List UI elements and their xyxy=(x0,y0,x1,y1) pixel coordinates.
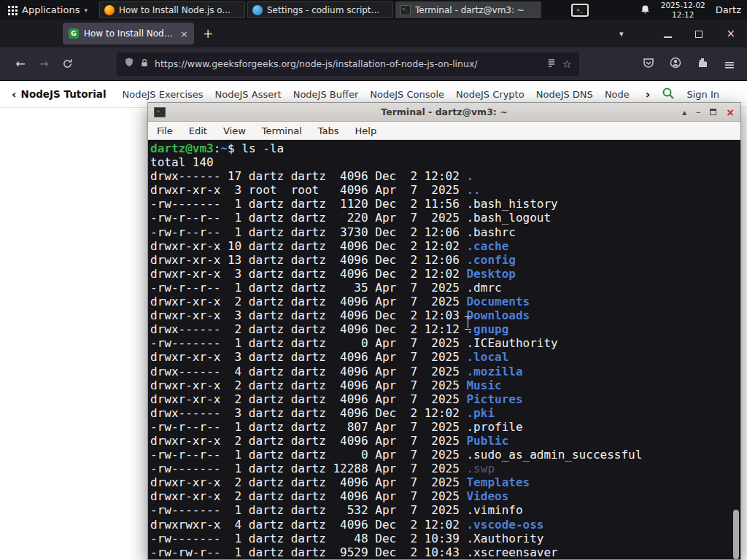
site-nav-tutorial-link[interactable]: NodeJS Tutorial xyxy=(21,88,107,100)
search-icon[interactable] xyxy=(662,87,675,102)
site-nav-link[interactable]: NodeJS Assert xyxy=(215,89,282,100)
terminal-line: -rw-r--r-- 1 dartz dartz 35 Apr 7 2025 .… xyxy=(150,281,740,295)
firefox-icon xyxy=(104,5,115,15)
tray-terminal-icon[interactable]: >_ xyxy=(571,4,589,17)
file-meta: drwxr-xr-x 13 dartz dartz 4096 Dec 2 12:… xyxy=(150,253,466,267)
panel-clock[interactable]: 2025-12-02 12:12 xyxy=(661,1,705,19)
file-name: .bashrc xyxy=(466,225,515,239)
window-restore-button[interactable] xyxy=(695,27,703,41)
taskbar-item[interactable]: How to Install Node.js o... xyxy=(99,1,245,18)
terminal-line: drwx------ 4 dartz dartz 4096 Apr 7 2025… xyxy=(150,365,740,378)
total-line: total 140 xyxy=(150,155,740,169)
url-text[interactable]: https://www.geeksforgeeks.org/node-js/in… xyxy=(155,58,541,69)
file-meta: drwxr-xr-x 2 dartz dartz 4096 Apr 7 2025 xyxy=(150,489,466,503)
top-panel: Applications ▾ How to Install Node.js o.… xyxy=(0,0,747,20)
terminal-shade-button[interactable]: ▴ xyxy=(682,107,686,117)
file-meta: -rw-r--r-- 1 dartz dartz 0 Apr 7 2025 xyxy=(150,448,466,462)
file-name: Documents xyxy=(466,295,530,308)
terminal-minimize-button[interactable]: – xyxy=(696,107,700,117)
terminal-line: drwxr-xr-x 3 dartz dartz 4096 Dec 2 12:0… xyxy=(150,267,740,281)
file-meta: -rw------- 1 dartz dartz 48 Dec 2 10:39 xyxy=(150,532,466,545)
panel-right: >_ 2025-12-02 12:12 Dartz xyxy=(571,1,747,19)
terminal-scrollbar-thumb[interactable] xyxy=(733,510,739,559)
taskbar-item-label: How to Install Node.js o... xyxy=(119,5,231,15)
terminal-line: -rw-r--r-- 1 dartz dartz 0 Apr 7 2025 .s… xyxy=(150,448,740,462)
terminal-titlebar[interactable]: >_ Terminal - dartz@vm3: ~ ▴ – × xyxy=(148,103,740,122)
applications-menu[interactable]: Applications ▾ xyxy=(0,0,95,20)
terminal-body[interactable]: dartz@vm3:~$ ls -la total 140 drwx------… xyxy=(148,140,740,559)
mouse-cursor xyxy=(465,316,471,328)
file-name: .. xyxy=(466,183,480,197)
site-nav-right: › Sign In xyxy=(646,87,735,102)
menu-terminal[interactable]: Terminal xyxy=(262,125,302,136)
file-name: . xyxy=(466,169,473,183)
file-name: Pictures xyxy=(466,392,522,406)
lock-icon[interactable] xyxy=(140,57,149,71)
window-controls: ▾ × xyxy=(619,27,747,41)
terminal-window-controls: ▴ – × xyxy=(682,106,735,118)
account-icon[interactable] xyxy=(670,57,681,71)
file-meta: drwxr-xr-x 2 dartz dartz 4096 Apr 7 2025 xyxy=(150,295,466,308)
site-nav-link[interactable]: NodeJS Crypto xyxy=(456,89,525,100)
window-minimize-button[interactable] xyxy=(664,27,672,41)
site-nav-link[interactable]: Node xyxy=(605,89,630,100)
url-bar[interactable]: https://www.geeksforgeeks.org/node-js/in… xyxy=(117,52,579,76)
site-nav-link[interactable]: NodeJS DNS xyxy=(536,89,593,100)
terminal-line: -rw-rw-r-- 1 dartz dartz 9529 Dec 2 10:4… xyxy=(150,545,740,559)
reader-mode-icon[interactable] xyxy=(546,57,557,71)
sign-in-button[interactable]: Sign In xyxy=(686,89,719,100)
new-tab-button[interactable]: + xyxy=(203,26,213,41)
bookmark-star-icon[interactable]: ☆ xyxy=(562,58,572,71)
taskbar-item[interactable]: >_Terminal - dartz@vm3: ~ xyxy=(395,1,541,18)
menu-edit[interactable]: Edit xyxy=(189,125,207,136)
terminal-line: drwxr-xr-x 3 dartz dartz 4096 Dec 2 12:0… xyxy=(150,308,740,322)
tab-bar: G How to Install Node.js on × + ▾ × xyxy=(0,20,747,47)
menu-view[interactable]: View xyxy=(223,125,246,136)
menu-file[interactable]: File xyxy=(157,125,173,136)
applications-label: Applications xyxy=(22,4,80,15)
window-close-button[interactable]: × xyxy=(726,27,735,40)
file-name: .bash_logout xyxy=(466,211,551,225)
codium-icon xyxy=(252,5,263,15)
menu-icon[interactable]: ≡ xyxy=(724,56,735,72)
command-text: ls -la xyxy=(241,141,284,155)
file-meta: -rw------- 1 dartz dartz 532 Apr 7 2025 xyxy=(150,503,466,517)
file-name: Desktop xyxy=(466,267,515,281)
shield-icon[interactable] xyxy=(124,57,134,71)
extensions-icon[interactable] xyxy=(697,57,708,71)
tab-title: How to Install Node.js on xyxy=(84,28,175,39)
pocket-icon[interactable] xyxy=(643,57,654,71)
menu-help[interactable]: Help xyxy=(355,125,377,136)
file-meta: -rw-r--r-- 1 dartz dartz 807 Apr 7 2025 xyxy=(150,420,466,434)
taskbar-item-label: Terminal - dartz@vm3: ~ xyxy=(415,5,525,15)
reload-button[interactable] xyxy=(55,58,79,69)
prompt-line: dartz@vm3:~$ ls -la xyxy=(150,141,740,155)
tab-list-chevron-icon[interactable]: ▾ xyxy=(619,29,624,39)
notification-bell-icon[interactable] xyxy=(640,4,651,15)
file-name: .local xyxy=(466,350,508,364)
nav-prev-chevron-icon[interactable]: ‹ xyxy=(12,88,17,101)
file-name: .viminfo xyxy=(466,503,522,517)
site-nav-link[interactable]: NodeJS Console xyxy=(370,89,444,100)
taskbar: How to Install Node.js o...Settings - co… xyxy=(99,1,541,18)
clock-date: 2025-12-02 xyxy=(661,1,705,9)
terminal-line: drwxr-xr-x 2 dartz dartz 4096 Apr 7 2025… xyxy=(150,378,740,392)
site-nav-link[interactable]: NodeJS Buffer xyxy=(293,89,359,100)
back-button[interactable]: ← xyxy=(9,57,32,71)
file-meta: -rw-rw-r-- 1 dartz dartz 9529 Dec 2 10:4… xyxy=(150,545,466,559)
file-name: .config xyxy=(466,253,515,267)
forward-button[interactable]: → xyxy=(32,57,55,71)
terminal-maximize-button[interactable] xyxy=(710,107,716,117)
taskbar-item[interactable]: Settings - codium script... xyxy=(247,1,393,18)
file-name: Videos xyxy=(466,489,508,503)
panel-user[interactable]: Dartz xyxy=(716,4,741,15)
nav-next-chevron-icon[interactable]: › xyxy=(646,88,651,101)
terminal-line: -rw------- 1 dartz dartz 12288 Apr 7 202… xyxy=(150,462,740,475)
tab-close-icon[interactable]: × xyxy=(180,28,188,39)
terminal-listing: drwx------ 17 dartz dartz 4096 Dec 2 12:… xyxy=(150,169,740,559)
menu-tabs[interactable]: Tabs xyxy=(318,125,339,136)
browser-tab[interactable]: G How to Install Node.js on × xyxy=(63,23,194,44)
terminal-close-button[interactable]: × xyxy=(726,106,735,118)
site-nav-link[interactable]: NodeJS Exercises xyxy=(123,89,204,100)
file-name: .pki xyxy=(466,406,495,420)
